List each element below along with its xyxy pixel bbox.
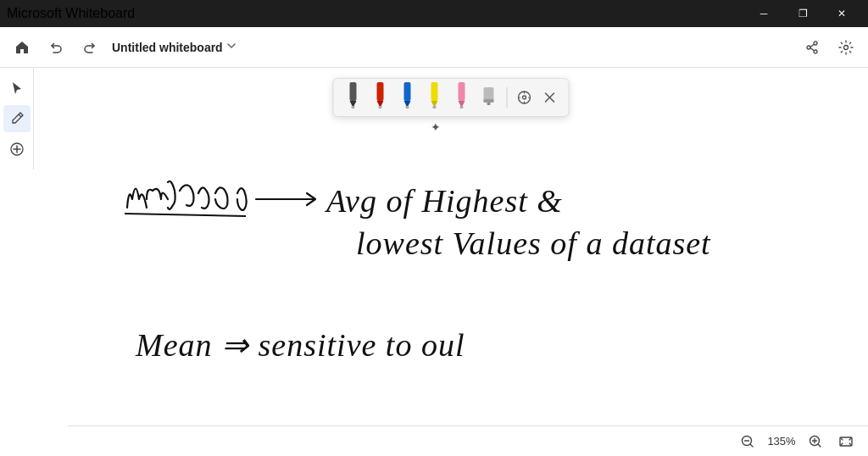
whiteboard-title-area[interactable]: Untitled whiteboard [112, 41, 236, 54]
settings-button[interactable] [831, 32, 861, 63]
home-icon [14, 40, 30, 55]
select-icon [9, 81, 25, 96]
zoom-in-button[interactable] [804, 430, 827, 453]
zoom-out-button[interactable] [736, 430, 760, 453]
svg-text:Mean ⇒ sensitive to oul: Mean ⇒ sensitive to oul [135, 327, 465, 363]
pen-tool-button[interactable] [3, 105, 31, 132]
svg-text:Avg of Highest &: Avg of Highest & [324, 183, 563, 219]
svg-line-22 [125, 214, 246, 216]
svg-text:lowest Values of a dataset: lowest Values of a dataset [356, 225, 711, 261]
undo-icon [48, 40, 64, 55]
minimize-button[interactable]: ─ [744, 0, 783, 27]
canvas-area[interactable]: ✦ Avg of Highest & lowest Values of a da… [34, 68, 868, 456]
chevron-down-icon [226, 41, 236, 51]
home-button[interactable] [7, 32, 37, 63]
menu-bar-right [797, 32, 861, 63]
share-button[interactable] [797, 32, 827, 63]
bottom-bar: 135% [68, 425, 868, 456]
svg-point-0 [844, 45, 849, 49]
restore-button[interactable]: ❐ [783, 0, 822, 27]
settings-icon [838, 40, 854, 55]
add-icon [9, 142, 25, 157]
zoom-in-icon [808, 434, 823, 449]
whiteboard-title: Untitled whiteboard [112, 41, 223, 54]
fit-screen-icon [838, 434, 854, 449]
share-icon [804, 40, 820, 55]
add-content-button[interactable] [3, 136, 31, 163]
redo-button[interactable] [75, 32, 105, 63]
window-controls: ─ ❐ ✕ [744, 0, 861, 27]
title-bar: Microsoft Whiteboard ─ ❐ ✕ [0, 0, 868, 27]
app-title: Microsoft Whiteboard [7, 6, 135, 21]
zoom-level-label: 135% [766, 435, 797, 448]
redo-icon [82, 40, 97, 55]
undo-button[interactable] [41, 32, 71, 63]
pen-icon [9, 111, 25, 126]
title-dropdown-chevron [226, 41, 236, 53]
menu-bar: Untitled whiteboard [0, 27, 868, 68]
whiteboard-handwriting: Avg of Highest & lowest Values of a data… [34, 68, 868, 456]
fit-to-screen-button[interactable] [834, 430, 858, 453]
left-toolbar [0, 68, 34, 170]
close-button[interactable]: ✕ [822, 0, 861, 27]
select-tool-button[interactable] [3, 75, 31, 102]
zoom-out-icon [740, 434, 755, 449]
